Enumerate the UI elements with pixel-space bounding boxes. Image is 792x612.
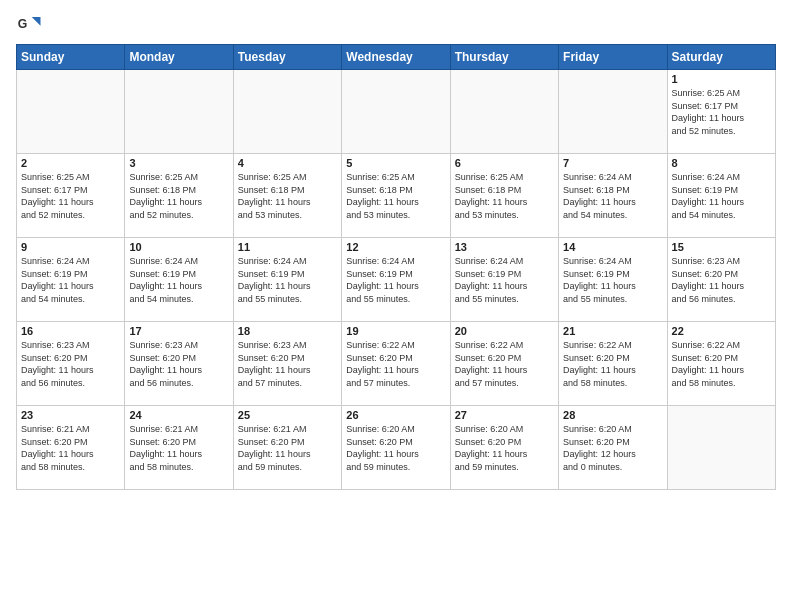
day-number: 23 [21, 409, 120, 421]
day-number: 10 [129, 241, 228, 253]
day-info: Sunrise: 6:24 AM Sunset: 6:19 PM Dayligh… [455, 255, 554, 305]
calendar-page: G SundayMondayTuesdayWednesdayThursdayFr… [0, 0, 792, 612]
day-info: Sunrise: 6:20 AM Sunset: 6:20 PM Dayligh… [455, 423, 554, 473]
day-info: Sunrise: 6:23 AM Sunset: 6:20 PM Dayligh… [129, 339, 228, 389]
calendar-cell: 14Sunrise: 6:24 AM Sunset: 6:19 PM Dayli… [559, 238, 667, 322]
day-info: Sunrise: 6:25 AM Sunset: 6:17 PM Dayligh… [21, 171, 120, 221]
day-number: 6 [455, 157, 554, 169]
weekday-header-saturday: Saturday [667, 45, 775, 70]
calendar-table: SundayMondayTuesdayWednesdayThursdayFrid… [16, 44, 776, 490]
calendar-cell: 18Sunrise: 6:23 AM Sunset: 6:20 PM Dayli… [233, 322, 341, 406]
weekday-header-thursday: Thursday [450, 45, 558, 70]
day-number: 26 [346, 409, 445, 421]
week-row-3: 9Sunrise: 6:24 AM Sunset: 6:19 PM Daylig… [17, 238, 776, 322]
calendar-cell: 26Sunrise: 6:20 AM Sunset: 6:20 PM Dayli… [342, 406, 450, 490]
week-row-4: 16Sunrise: 6:23 AM Sunset: 6:20 PM Dayli… [17, 322, 776, 406]
day-info: Sunrise: 6:24 AM Sunset: 6:19 PM Dayligh… [238, 255, 337, 305]
calendar-cell: 9Sunrise: 6:24 AM Sunset: 6:19 PM Daylig… [17, 238, 125, 322]
calendar-cell: 11Sunrise: 6:24 AM Sunset: 6:19 PM Dayli… [233, 238, 341, 322]
week-row-2: 2Sunrise: 6:25 AM Sunset: 6:17 PM Daylig… [17, 154, 776, 238]
day-info: Sunrise: 6:25 AM Sunset: 6:18 PM Dayligh… [455, 171, 554, 221]
calendar-cell [450, 70, 558, 154]
calendar-cell: 15Sunrise: 6:23 AM Sunset: 6:20 PM Dayli… [667, 238, 775, 322]
day-info: Sunrise: 6:20 AM Sunset: 6:20 PM Dayligh… [346, 423, 445, 473]
calendar-cell: 24Sunrise: 6:21 AM Sunset: 6:20 PM Dayli… [125, 406, 233, 490]
day-number: 9 [21, 241, 120, 253]
calendar-cell [125, 70, 233, 154]
logo: G [16, 10, 48, 38]
day-number: 24 [129, 409, 228, 421]
calendar-cell [342, 70, 450, 154]
day-number: 19 [346, 325, 445, 337]
day-number: 5 [346, 157, 445, 169]
day-number: 15 [672, 241, 771, 253]
day-number: 25 [238, 409, 337, 421]
calendar-cell: 28Sunrise: 6:20 AM Sunset: 6:20 PM Dayli… [559, 406, 667, 490]
calendar-cell: 3Sunrise: 6:25 AM Sunset: 6:18 PM Daylig… [125, 154, 233, 238]
day-number: 27 [455, 409, 554, 421]
weekday-header-tuesday: Tuesday [233, 45, 341, 70]
calendar-cell: 19Sunrise: 6:22 AM Sunset: 6:20 PM Dayli… [342, 322, 450, 406]
week-row-1: 1Sunrise: 6:25 AM Sunset: 6:17 PM Daylig… [17, 70, 776, 154]
day-info: Sunrise: 6:22 AM Sunset: 6:20 PM Dayligh… [563, 339, 662, 389]
calendar-cell: 13Sunrise: 6:24 AM Sunset: 6:19 PM Dayli… [450, 238, 558, 322]
day-number: 2 [21, 157, 120, 169]
calendar-cell: 7Sunrise: 6:24 AM Sunset: 6:18 PM Daylig… [559, 154, 667, 238]
calendar-cell: 25Sunrise: 6:21 AM Sunset: 6:20 PM Dayli… [233, 406, 341, 490]
day-info: Sunrise: 6:20 AM Sunset: 6:20 PM Dayligh… [563, 423, 662, 473]
calendar-cell: 1Sunrise: 6:25 AM Sunset: 6:17 PM Daylig… [667, 70, 775, 154]
day-info: Sunrise: 6:24 AM Sunset: 6:19 PM Dayligh… [129, 255, 228, 305]
day-info: Sunrise: 6:21 AM Sunset: 6:20 PM Dayligh… [129, 423, 228, 473]
day-info: Sunrise: 6:23 AM Sunset: 6:20 PM Dayligh… [238, 339, 337, 389]
calendar-cell: 8Sunrise: 6:24 AM Sunset: 6:19 PM Daylig… [667, 154, 775, 238]
day-info: Sunrise: 6:24 AM Sunset: 6:19 PM Dayligh… [346, 255, 445, 305]
calendar-cell [667, 406, 775, 490]
weekday-header-sunday: Sunday [17, 45, 125, 70]
day-info: Sunrise: 6:24 AM Sunset: 6:19 PM Dayligh… [21, 255, 120, 305]
svg-text:G: G [18, 17, 28, 31]
calendar-cell: 23Sunrise: 6:21 AM Sunset: 6:20 PM Dayli… [17, 406, 125, 490]
calendar-cell: 6Sunrise: 6:25 AM Sunset: 6:18 PM Daylig… [450, 154, 558, 238]
calendar-cell [233, 70, 341, 154]
day-number: 7 [563, 157, 662, 169]
day-info: Sunrise: 6:25 AM Sunset: 6:17 PM Dayligh… [672, 87, 771, 137]
calendar-cell: 4Sunrise: 6:25 AM Sunset: 6:18 PM Daylig… [233, 154, 341, 238]
day-number: 16 [21, 325, 120, 337]
day-info: Sunrise: 6:23 AM Sunset: 6:20 PM Dayligh… [21, 339, 120, 389]
calendar-cell: 17Sunrise: 6:23 AM Sunset: 6:20 PM Dayli… [125, 322, 233, 406]
logo-icon: G [16, 10, 44, 38]
day-info: Sunrise: 6:22 AM Sunset: 6:20 PM Dayligh… [455, 339, 554, 389]
day-number: 13 [455, 241, 554, 253]
day-info: Sunrise: 6:24 AM Sunset: 6:19 PM Dayligh… [563, 255, 662, 305]
day-number: 4 [238, 157, 337, 169]
day-info: Sunrise: 6:21 AM Sunset: 6:20 PM Dayligh… [238, 423, 337, 473]
day-number: 8 [672, 157, 771, 169]
day-info: Sunrise: 6:24 AM Sunset: 6:18 PM Dayligh… [563, 171, 662, 221]
day-info: Sunrise: 6:25 AM Sunset: 6:18 PM Dayligh… [346, 171, 445, 221]
day-number: 1 [672, 73, 771, 85]
day-number: 12 [346, 241, 445, 253]
day-number: 17 [129, 325, 228, 337]
calendar-cell [559, 70, 667, 154]
calendar-cell: 10Sunrise: 6:24 AM Sunset: 6:19 PM Dayli… [125, 238, 233, 322]
calendar-cell: 16Sunrise: 6:23 AM Sunset: 6:20 PM Dayli… [17, 322, 125, 406]
weekday-header-row: SundayMondayTuesdayWednesdayThursdayFrid… [17, 45, 776, 70]
svg-marker-1 [32, 17, 41, 26]
weekday-header-monday: Monday [125, 45, 233, 70]
week-row-5: 23Sunrise: 6:21 AM Sunset: 6:20 PM Dayli… [17, 406, 776, 490]
weekday-header-friday: Friday [559, 45, 667, 70]
day-info: Sunrise: 6:22 AM Sunset: 6:20 PM Dayligh… [346, 339, 445, 389]
calendar-cell: 5Sunrise: 6:25 AM Sunset: 6:18 PM Daylig… [342, 154, 450, 238]
calendar-cell: 12Sunrise: 6:24 AM Sunset: 6:19 PM Dayli… [342, 238, 450, 322]
weekday-header-wednesday: Wednesday [342, 45, 450, 70]
calendar-cell: 2Sunrise: 6:25 AM Sunset: 6:17 PM Daylig… [17, 154, 125, 238]
day-number: 21 [563, 325, 662, 337]
calendar-cell: 21Sunrise: 6:22 AM Sunset: 6:20 PM Dayli… [559, 322, 667, 406]
day-info: Sunrise: 6:21 AM Sunset: 6:20 PM Dayligh… [21, 423, 120, 473]
day-info: Sunrise: 6:25 AM Sunset: 6:18 PM Dayligh… [129, 171, 228, 221]
day-info: Sunrise: 6:22 AM Sunset: 6:20 PM Dayligh… [672, 339, 771, 389]
day-number: 22 [672, 325, 771, 337]
day-number: 20 [455, 325, 554, 337]
calendar-cell: 22Sunrise: 6:22 AM Sunset: 6:20 PM Dayli… [667, 322, 775, 406]
day-number: 28 [563, 409, 662, 421]
